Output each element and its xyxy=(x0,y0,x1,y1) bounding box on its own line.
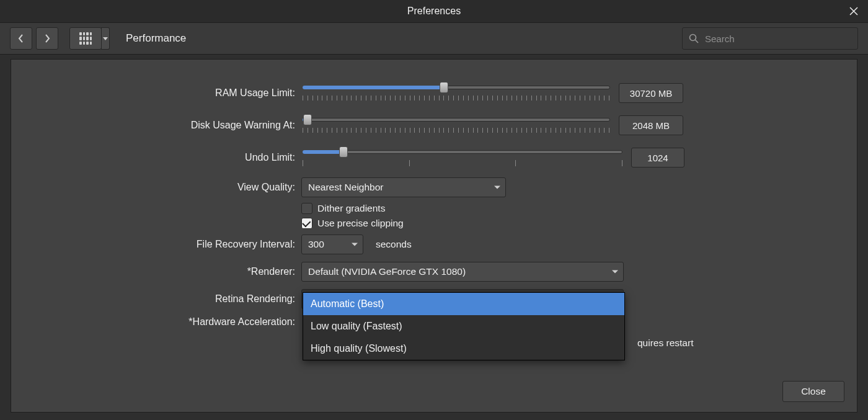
disk-warning-row: Disk Usage Warning At: 2048 MB xyxy=(11,109,857,141)
content-panel: RAM Usage Limit: 30720 MB Disk Usage War… xyxy=(11,59,857,413)
renderer-label: *Renderer: xyxy=(11,266,301,277)
ram-usage-row: RAM Usage Limit: 30720 MB xyxy=(11,77,857,109)
dither-checkbox[interactable] xyxy=(301,203,312,214)
toolbar: Performance xyxy=(0,22,868,55)
close-button[interactable]: Close xyxy=(782,381,844,402)
chevron-down-icon xyxy=(494,186,500,189)
chevron-down-icon xyxy=(612,270,618,274)
dither-row: Dither gradients xyxy=(11,201,857,216)
retina-option[interactable]: Automatic (Best) xyxy=(303,293,624,315)
all-prefs-grid-button[interactable] xyxy=(69,27,102,50)
hwaccel-label: *Hardware Acceleration: xyxy=(11,316,301,328)
file-recovery-dropdown[interactable]: 300 xyxy=(301,235,363,254)
all-prefs-grid-dropdown[interactable] xyxy=(101,27,110,50)
window-close-button[interactable] xyxy=(839,0,868,22)
view-quality-value: Nearest Neighbor xyxy=(308,182,383,193)
ram-usage-slider[interactable] xyxy=(301,81,611,105)
renderer-row: *Renderer: Default (NVIDIA GeForce GTX 1… xyxy=(11,258,857,285)
search-input[interactable] xyxy=(704,33,851,45)
chevron-right-icon xyxy=(43,34,51,43)
restart-note: quires restart xyxy=(637,337,693,349)
svg-point-0 xyxy=(690,35,696,41)
undo-limit-row: Undo Limit: 1024 xyxy=(11,141,857,174)
svg-line-1 xyxy=(696,40,699,43)
close-icon xyxy=(849,7,858,16)
titlebar: Preferences xyxy=(0,0,868,22)
disk-warning-slider[interactable] xyxy=(301,113,611,138)
clipping-checkbox[interactable] xyxy=(301,218,312,229)
chevron-left-icon xyxy=(17,34,25,43)
ram-usage-label: RAM Usage Limit: xyxy=(11,87,301,99)
dither-checkbox-group[interactable]: Dither gradients xyxy=(301,203,385,214)
window-title: Preferences xyxy=(407,6,461,17)
chevron-down-icon xyxy=(352,243,358,246)
undo-limit-label: Undo Limit: xyxy=(11,152,301,163)
disk-warning-label: Disk Usage Warning At: xyxy=(11,120,301,131)
search-field-wrapper[interactable] xyxy=(682,27,858,50)
disk-warning-value[interactable]: 2048 MB xyxy=(619,115,683,135)
retina-option[interactable]: Low quality (Fastest) xyxy=(303,315,624,337)
search-icon xyxy=(689,34,699,43)
ram-usage-value[interactable]: 30720 MB xyxy=(619,83,683,103)
view-quality-dropdown[interactable]: Nearest Neighbor xyxy=(301,177,506,197)
nav-back-button[interactable] xyxy=(10,27,32,50)
view-quality-row: View Quality: Nearest Neighbor xyxy=(11,174,857,201)
nav-forward-button[interactable] xyxy=(36,27,58,50)
file-recovery-label: File Recovery Interval: xyxy=(11,239,301,250)
file-recovery-row: File Recovery Interval: 300 seconds xyxy=(11,231,857,258)
undo-limit-value[interactable]: 1024 xyxy=(631,148,684,168)
grid-icon xyxy=(79,32,92,45)
clipping-checkbox-group[interactable]: Use precise clipping xyxy=(301,218,404,229)
renderer-value: Default (NVIDIA GeForce GTX 1080) xyxy=(308,266,466,277)
retina-option[interactable]: High quality (Slowest) xyxy=(303,337,624,360)
renderer-dropdown[interactable]: Default (NVIDIA GeForce GTX 1080) xyxy=(301,262,624,282)
close-button-label: Close xyxy=(801,386,826,397)
file-recovery-suffix: seconds xyxy=(376,239,412,250)
section-title: Performance xyxy=(126,32,186,45)
undo-limit-slider[interactable] xyxy=(301,145,624,170)
clipping-row: Use precise clipping xyxy=(11,216,857,231)
file-recovery-value: 300 xyxy=(308,239,324,250)
retina-dropdown-popup: Automatic (Best)Low quality (Fastest)Hig… xyxy=(303,292,625,360)
dither-label: Dither gradients xyxy=(317,203,385,214)
clipping-label: Use precise clipping xyxy=(317,218,404,229)
view-quality-label: View Quality: xyxy=(11,182,301,193)
retina-label: Retina Rendering: xyxy=(11,293,301,305)
chevron-down-icon xyxy=(103,37,108,40)
